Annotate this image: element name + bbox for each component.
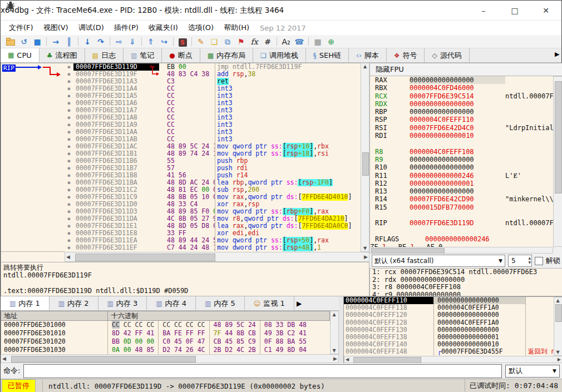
disassembly-vertical-scrollbar[interactable]: ▲ ▼ (361, 63, 369, 252)
breakpoint-dot[interactable]: ● (65, 222, 73, 230)
breakpoint-dot[interactable]: ● (65, 157, 73, 165)
calling-convention-select[interactable]: 默认 (x64 fastcall) ▼ (372, 255, 505, 267)
stack-row[interactable]: 0000004C0FEFF1280000004C0FEFF1A0 (344, 319, 554, 326)
step-over-icon[interactable]: ↷ (94, 36, 107, 47)
menu-item[interactable]: 收藏夹(I) (144, 22, 183, 33)
breakpoint-dot[interactable]: ● (65, 63, 73, 71)
breakpoint-dot[interactable]: ● (65, 92, 73, 100)
breakpoint-dot[interactable]: ● (65, 201, 73, 208)
dump-row[interactable]: 00007FFD6E301020BB 0D 00 00C0 45 0F 47CB… (1, 338, 330, 346)
tab-笔记[interactable]: ▥笔记 (124, 48, 162, 62)
breakpoint-dot[interactable]: ● (65, 186, 73, 193)
pause-icon[interactable]: ║ (62, 36, 76, 47)
menu-item[interactable]: 文件(F) (4, 22, 38, 33)
register-row[interactable]: RAX0000000000000000 (370, 76, 553, 84)
argument-count-stepper[interactable]: 5 ▲▼ (508, 255, 532, 267)
registers-horizontal-scrollbar[interactable] (369, 247, 553, 254)
register-list[interactable]: RAX0000000000000000RBX0000004C0FD46000RC… (369, 76, 553, 247)
register-row[interactable]: R80000004C0FEFF108 (370, 148, 553, 156)
tab-内存 4[interactable]: ▥内存 4 (147, 296, 196, 310)
menu-item[interactable]: 选项(O) (183, 22, 219, 33)
menu-item[interactable]: 插件(P) (109, 22, 144, 33)
stack-horizontal-scrollbar[interactable]: ◀ ▶ (344, 356, 562, 363)
menu-item[interactable]: 视图(V) (38, 22, 73, 33)
open-file-icon[interactable] (4, 37, 17, 46)
disasm-row[interactable]: ●00007FFD6E3D11DA4C 8B 05 27 90mov r8,qw… (65, 215, 361, 222)
disasm-row[interactable]: ●00007FFD6E3D11C948 8B 05 10 C3mov rax,q… (65, 193, 361, 201)
tab-内存 5[interactable]: ▥内存 5 (196, 296, 245, 310)
breakpoint-dot[interactable]: ● (65, 172, 73, 179)
disasm-row[interactable]: ●00007FFD6E3D11B757push rdi (65, 165, 361, 172)
call-argument-row[interactable]: 3: r8 0000004C0FEFF108 (370, 284, 562, 291)
register-row[interactable]: R90000000000000000 (370, 156, 553, 163)
register-row[interactable]: RIP00007FFD6E3D119Dntdll.00007FFD (370, 219, 553, 227)
disasm-row[interactable]: ●00007FFD6E3D11A5CCint3 (65, 92, 361, 100)
disasm-row[interactable]: ●00007FFD6E3D11B655push rbp (65, 157, 361, 165)
breakpoint-dot[interactable]: ● (65, 193, 73, 201)
breakpoint-dot[interactable]: ● (65, 114, 73, 121)
stack-row[interactable]: 0000004C0FEFF148┌00007FFD6E3D455F返回到 nt (344, 348, 554, 355)
register-row[interactable]: RSI00007FFD6E42D4C0"LdrpInitializ (370, 124, 553, 132)
comment-icon[interactable]: ❏ (208, 36, 221, 47)
menu-item[interactable]: 帮助(H) (219, 22, 254, 33)
pane-splitter[interactable] (339, 296, 343, 363)
disasm-row[interactable]: ●00007FFD6E3D11A3C3ret (65, 78, 361, 85)
breakpoint-dot[interactable]: ● (65, 179, 73, 186)
call-argument-row[interactable]: 2: rdx 0000000000000000 (370, 276, 562, 284)
disasm-row[interactable]: ●00007FFD6E3D11ABCCint3 (65, 136, 361, 143)
breakpoint-dot[interactable]: ● (65, 107, 73, 114)
stack-row[interactable]: 0000004C0FEFF1300000000000000000 (344, 326, 554, 334)
unlock-checkbox[interactable] (535, 257, 543, 265)
handles-icon[interactable]: ☎ (293, 36, 306, 47)
stack-vertical-scrollbar[interactable]: ▲ ▼ (554, 297, 562, 356)
disasm-row[interactable]: ●00007FFD6E3D11A8CCint3 (65, 114, 361, 121)
disasm-row[interactable]: ●00007FFD6E3D11D348 89 85 F0 00mov qword… (65, 208, 361, 215)
step-out-icon[interactable]: ⇑ (144, 36, 157, 47)
breakpoint-dot[interactable]: ● (65, 121, 73, 128)
register-row[interactable]: R120000000000000001 (370, 180, 553, 187)
stack-view[interactable]: 0000004C0FEFF11000000000000000000000004C… (343, 296, 562, 363)
register-row[interactable]: RDI0000000000000010 (370, 132, 553, 140)
skip-system-breakpoint-icon[interactable]: S (176, 36, 189, 47)
disasm-row[interactable]: ●00007FFD6E3D11AACCint3 (65, 128, 361, 136)
maximize-button[interactable]: □ (499, 1, 530, 20)
more-tabs-arrow-icon[interactable]: ▶ (294, 296, 304, 310)
disasm-row[interactable]: ●00007FFD6E3D11B841 56push r14 (65, 172, 361, 179)
disasm-row[interactable]: ●00007FFD6E3D11EA48 89 44 24 50mov qword… (65, 237, 361, 244)
tab-overflow-arrow-icon[interactable]: ▶ (555, 51, 561, 61)
register-row[interactable]: R1400007FFD6E42CD90"minkernel\\nt (370, 195, 553, 203)
bookmark-icon[interactable]: ⚑ (234, 36, 248, 47)
command-profile-select[interactable]: 默认 ▼ (505, 365, 560, 378)
disasm-row[interactable]: ●00007FFD6E3D11A7CCint3 (65, 107, 361, 114)
tab-内存 1[interactable]: ▥内存 1 (1, 296, 50, 310)
breakpoint-dot[interactable]: ● (65, 165, 73, 172)
breakpoint-dot[interactable]: ● (65, 208, 73, 215)
close-button[interactable]: ✕ (530, 1, 561, 20)
tab-调用堆栈[interactable]: ❏调用堆栈 (253, 48, 306, 62)
disasm-row[interactable]: ●00007FFD6E3D11BA48 8D AC 24 00lea rbp,q… (65, 179, 361, 186)
disasm-row[interactable]: ●00007FFD6E3D11A4CCint3 (65, 85, 361, 92)
calculator-icon[interactable]: ▦ (311, 36, 324, 47)
strings-icon[interactable]: A₂ (279, 36, 293, 47)
register-row[interactable]: RDX0000000000000000 (370, 100, 553, 108)
breakpoint-dot[interactable]: ● (65, 136, 73, 143)
breakpoint-dot[interactable]: ● (65, 237, 73, 244)
register-row[interactable]: RSP0000004C0FEFF110 (370, 116, 553, 123)
breakpoint-dot[interactable]: ● (65, 128, 73, 136)
preferences-globe-icon[interactable]: ⊕ (324, 36, 338, 47)
tab-内存 3[interactable]: ▥内存 3 (98, 296, 147, 310)
disasm-row[interactable]: ●00007FFD6E3D119DEB 00jmp ntdll.7FFD6E3D… (65, 63, 361, 71)
stack-row[interactable]: 0000004C0FEFF1200000000000000000 (344, 311, 554, 319)
register-row[interactable]: R150000015DFB770000 (370, 204, 553, 211)
assemble-patch-icon[interactable]: ✎ (194, 36, 208, 47)
disasm-row[interactable]: ●00007FFD6E3D119F48 83 C4 38add rsp,38 (65, 71, 361, 78)
breakpoint-dot[interactable]: ● (65, 150, 73, 157)
call-argument-row[interactable]: 4: r9 0000000000000000 (370, 291, 562, 297)
disasm-row[interactable]: ●00007FFD6E3D11EFC7 44 24 48 10mov dword… (65, 244, 361, 251)
disasm-row[interactable]: ●00007FFD6E3D11D048 33 C4xor rax,rsp (65, 201, 361, 208)
run-icon[interactable]: → (49, 36, 62, 47)
dump-row[interactable]: 00007FFD6E3010108D 42 FF 41BA FE FF FF7F… (1, 329, 330, 338)
hide-fpu-button[interactable]: 隐藏FPU (369, 63, 562, 76)
tab-断点[interactable]: ●断点 (162, 48, 200, 62)
restart-icon[interactable]: ↺ (17, 36, 31, 47)
